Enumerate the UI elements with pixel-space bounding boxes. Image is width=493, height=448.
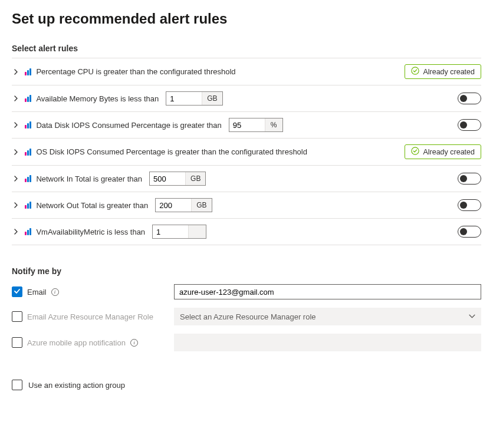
info-icon[interactable]: i <box>130 339 138 347</box>
arm-role-label: Email Azure Resource Manager Role <box>27 312 153 321</box>
chevron-right-icon[interactable] <box>12 68 20 76</box>
chevron-right-icon[interactable] <box>12 174 20 183</box>
status-badge-created: Already created <box>405 144 481 159</box>
mobile-app-checkbox[interactable] <box>12 337 22 348</box>
rule-label: Network In Total is greater than <box>36 174 142 183</box>
section-title-notify: Notify me by <box>12 266 481 276</box>
chevron-right-icon[interactable] <box>12 201 20 209</box>
threshold-unit: GB <box>185 172 205 185</box>
check-circle-icon <box>411 67 419 77</box>
email-label: Email <box>27 288 47 297</box>
rule-label: VmAvailabilityMetric is less than <box>36 228 145 236</box>
rule-label: Data Disk IOPS Consumed Percentage is gr… <box>36 121 221 130</box>
close-button[interactable] <box>476 11 481 25</box>
arm-role-select[interactable]: Select an Azure Resource Manager role <box>174 308 481 325</box>
action-group-row: Use an existing action group <box>12 380 481 390</box>
rule-row: Network Out Total is greater than GB <box>12 192 481 219</box>
threshold-unit: % <box>265 118 282 131</box>
info-icon[interactable]: i <box>51 288 59 296</box>
threshold-input-group: % <box>229 118 283 132</box>
status-badge-label: Already created <box>423 148 475 156</box>
metric-icon <box>25 175 31 182</box>
rules-list: Percentage CPU is greater than the confi… <box>12 58 481 245</box>
metric-icon <box>25 228 31 235</box>
rule-row: Data Disk IOPS Consumed Percentage is gr… <box>12 112 481 139</box>
threshold-input-group: GB <box>166 91 222 106</box>
rule-toggle[interactable] <box>458 226 481 238</box>
rule-toggle[interactable] <box>458 199 481 211</box>
threshold-input-group: GB <box>155 198 212 212</box>
chevron-right-icon[interactable] <box>12 228 20 236</box>
rule-toggle[interactable] <box>458 119 481 131</box>
check-circle-icon <box>411 147 419 157</box>
threshold-input[interactable] <box>156 199 191 212</box>
notify-row-mobile-app: Azure mobile app notification i <box>12 334 481 351</box>
threshold-input-group <box>152 225 206 239</box>
chevron-right-icon[interactable] <box>12 148 20 156</box>
threshold-input[interactable] <box>166 92 202 105</box>
rule-row: Available Memory Bytes is less than GB <box>12 85 481 112</box>
threshold-input[interactable] <box>150 172 185 185</box>
chevron-down-icon <box>469 312 475 321</box>
status-badge-label: Already created <box>423 68 475 76</box>
status-badge-created: Already created <box>405 64 481 79</box>
threshold-unit <box>188 225 206 238</box>
rule-toggle[interactable] <box>458 173 481 185</box>
page-title: Set up recommended alert rules <box>12 11 227 27</box>
rule-label: Network Out Total is greater than <box>36 201 148 210</box>
section-title-rules: Select alert rules <box>12 44 481 53</box>
rule-row: OS Disk IOPS Consumed Percentage is grea… <box>12 139 481 166</box>
rule-label: OS Disk IOPS Consumed Percentage is grea… <box>36 147 307 156</box>
threshold-unit: GB <box>191 199 211 212</box>
action-group-checkbox[interactable] <box>12 380 22 390</box>
threshold-input-group: GB <box>149 172 206 186</box>
rule-row: VmAvailabilityMetric is less than <box>12 219 481 245</box>
rule-row: Percentage CPU is greater than the confi… <box>12 58 481 85</box>
notify-row-arm-role: Email Azure Resource Manager Role Select… <box>12 308 481 325</box>
chevron-right-icon[interactable] <box>12 121 20 129</box>
arm-role-placeholder: Select an Azure Resource Manager role <box>180 312 316 321</box>
threshold-unit: GB <box>202 92 222 105</box>
threshold-input[interactable] <box>153 225 188 238</box>
metric-icon <box>25 95 31 102</box>
email-checkbox[interactable] <box>12 286 22 297</box>
metric-icon <box>25 121 31 129</box>
rule-label: Percentage CPU is greater than the confi… <box>36 67 235 76</box>
arm-role-checkbox[interactable] <box>12 311 22 322</box>
chevron-right-icon[interactable] <box>12 94 20 103</box>
threshold-input[interactable] <box>229 118 265 131</box>
rule-label: Available Memory Bytes is less than <box>36 94 159 103</box>
rule-toggle[interactable] <box>458 93 481 104</box>
email-field[interactable] <box>174 284 481 299</box>
metric-icon <box>25 68 31 75</box>
action-group-label: Use an existing action group <box>28 381 125 390</box>
metric-icon <box>25 202 31 209</box>
mobile-app-label: Azure mobile app notification <box>27 338 126 347</box>
rule-row: Network In Total is greater than GB <box>12 166 481 192</box>
checkmark-icon <box>14 288 21 297</box>
metric-icon <box>25 149 31 156</box>
mobile-app-field <box>174 334 481 351</box>
notify-row-email: Email i <box>12 284 481 299</box>
